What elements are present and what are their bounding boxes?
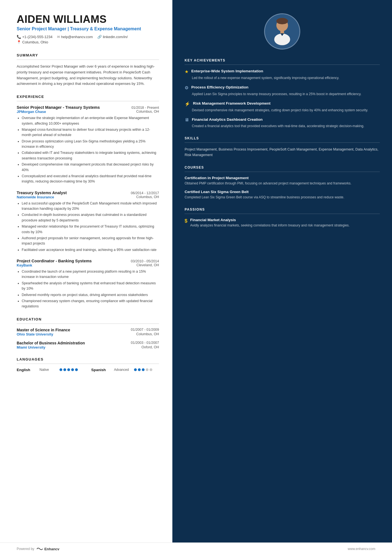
education-divider bbox=[17, 324, 159, 324]
edu-entry-2: Bachelor of Business Administration 01/2… bbox=[17, 341, 159, 349]
achievement-header-2: ⚙ Process Efficiency Optimization bbox=[185, 85, 380, 90]
education-title: EDUCATION bbox=[17, 317, 159, 321]
languages-row: English Native Spanish Advanced bbox=[17, 368, 159, 372]
dot bbox=[63, 368, 66, 371]
edu-location-2: Oxford, OH bbox=[142, 345, 159, 349]
edu-entry-1: Master of Science in Finance 01/2007 - 0… bbox=[17, 328, 159, 336]
dot bbox=[150, 368, 152, 371]
edu-school-2: Miami University bbox=[17, 345, 45, 349]
exp-header-3: Project Coordinator - Banking Systems 03… bbox=[17, 259, 159, 263]
location-icon: 📍 bbox=[17, 40, 21, 44]
exp-company-1: JPMorgan Chase bbox=[17, 110, 46, 114]
bullet-item: Facilitated user acceptance testing and … bbox=[22, 247, 159, 253]
course-desc-2: Completed Lean Six Sigma Green Belt cour… bbox=[185, 195, 380, 200]
experience-section: EXPERIENCE Senior Project Manager - Trea… bbox=[17, 95, 159, 309]
course-item-2: Certified Lean Six Sigma Green Belt Comp… bbox=[185, 190, 380, 200]
achievement-desc-2: Applied Lean Six Sigma principles to rev… bbox=[192, 92, 380, 97]
bullet-item: Delivered monthly reports on project sta… bbox=[22, 292, 159, 298]
bullet-item: Oversaw the strategic implementation of … bbox=[22, 115, 159, 126]
exp-title-3: Project Coordinator - Banking Systems bbox=[17, 259, 92, 263]
bullet-item: Developed comprehensive risk management … bbox=[22, 162, 159, 173]
summary-divider bbox=[17, 60, 159, 60]
svg-point-2 bbox=[276, 18, 288, 24]
lang-level-english: Native bbox=[39, 368, 56, 372]
edu-school-1: Ohio State University bbox=[17, 332, 53, 336]
achievement-title-4: Financial Analytics Dashboard Creation bbox=[192, 117, 263, 122]
lang-name-english: English bbox=[17, 368, 36, 372]
summary-text: Accomplished Senior Project Manager with… bbox=[17, 64, 159, 87]
passion-desc-1: Avidly analyzes financial markets, seeki… bbox=[190, 223, 349, 228]
email-contact: ✉ help@enhancv.com bbox=[57, 35, 93, 39]
exp-dates-3: 03/2010 - 05/2014 bbox=[131, 259, 159, 263]
achievement-desc-4: Created a financial analytics tool that … bbox=[192, 124, 380, 129]
left-column: AIDEN WILLIAMS Senior Project Manager | … bbox=[0, 0, 172, 542]
bullet-item: Managed cross-functional teams to delive… bbox=[22, 127, 159, 138]
bullet-item: Conducted in-depth business process anal… bbox=[22, 212, 159, 223]
course-title-1: Certification in Project Management bbox=[185, 176, 380, 180]
star-icon: ★ bbox=[185, 69, 188, 74]
edu-degree-2: Bachelor of Business Administration bbox=[17, 341, 85, 345]
exp-company-2: Nationwide Insurance bbox=[17, 195, 54, 199]
candidate-title: Senior Project Manager | Treasury & Expe… bbox=[17, 26, 159, 31]
right-column: KEY ACHIEVEMENTS ★ Enterprise-Wide Syste… bbox=[172, 0, 392, 542]
bullet-item: Conceptualized and executed a financial … bbox=[22, 174, 159, 184]
achievement-header-3: ⚡ Risk Management Framework Development bbox=[185, 101, 380, 107]
linkedin-url: linkedin.com/in/ bbox=[103, 35, 128, 39]
bullet-item: Collaborated with IT and Treasury stakeh… bbox=[22, 150, 159, 161]
lang-name-spanish: Spanish bbox=[91, 368, 111, 372]
languages-section: LANGUAGES English Native bbox=[17, 357, 159, 372]
courses-title: COURSES bbox=[185, 166, 380, 169]
candidate-name: AIDEN WILLIAMS bbox=[17, 13, 159, 25]
dollar-icon: $ bbox=[185, 218, 187, 224]
experience-divider bbox=[17, 101, 159, 101]
bullet-item: Drove process optimization using Lean Si… bbox=[22, 139, 159, 150]
exp-bullets-3: Coordinated the launch of a new payment … bbox=[17, 269, 159, 309]
achievement-item-2: ⚙ Process Efficiency Optimization Applie… bbox=[185, 85, 380, 97]
footer-right: www.enhancv.com bbox=[348, 547, 375, 551]
dot bbox=[59, 368, 62, 371]
edu-header-1: Master of Science in Finance 01/2007 - 0… bbox=[17, 328, 159, 332]
achievement-item-1: ★ Enterprise-Wide System Implementation … bbox=[185, 69, 380, 80]
passions-divider bbox=[185, 214, 380, 214]
linkedin-contact: 🔗 linkedin.com/in/ bbox=[97, 35, 128, 39]
footer-website: www.enhancv.com bbox=[348, 547, 375, 551]
key-achievements-divider bbox=[185, 65, 380, 65]
passion-content-1: Financial Market Analysis Avidly analyze… bbox=[190, 218, 349, 228]
skills-title: SKILLS bbox=[185, 136, 380, 140]
dot bbox=[134, 368, 137, 371]
exp-location-1: Columbus, OH bbox=[136, 110, 159, 114]
achievement-desc-3: Devised comprehensive risk management st… bbox=[192, 108, 380, 113]
lang-dots-spanish bbox=[134, 368, 152, 371]
passions-section: PASSIONS $ Financial Market Analysis Avi… bbox=[185, 208, 380, 228]
phone-number: +1-(234)-555-1234 bbox=[22, 35, 53, 39]
exp-bullets-2: Led a successful upgrade of the PeopleSo… bbox=[17, 201, 159, 253]
skills-section: SKILLS Project Management, Business Proc… bbox=[185, 136, 380, 158]
exp-dates-2: 06/2014 - 12/2017 bbox=[131, 191, 159, 195]
exp-entry-2: Treasury Systems Analyst 06/2014 - 12/20… bbox=[17, 191, 159, 253]
course-title-2: Certified Lean Six Sigma Green Belt bbox=[185, 190, 380, 194]
achievement-title-3: Risk Management Framework Development bbox=[193, 101, 271, 106]
location-text: Columbus, Ohio bbox=[22, 40, 48, 44]
edu-header-2: Bachelor of Business Administration 01/2… bbox=[17, 341, 159, 345]
achievement-header-1: ★ Enterprise-Wide System Implementation bbox=[185, 69, 380, 74]
lang-item-english: English Native bbox=[17, 368, 78, 372]
bullet-item: Led a successful upgrade of the PeopleSo… bbox=[22, 201, 159, 212]
languages-divider bbox=[17, 364, 159, 364]
bullet-item: Championed necessary system changes, ens… bbox=[22, 299, 159, 309]
enhancv-logo-icon bbox=[36, 547, 43, 551]
resume-header: AIDEN WILLIAMS Senior Project Manager | … bbox=[17, 13, 159, 44]
monitor-icon: 🖥 bbox=[185, 117, 189, 122]
summary-section: SUMMARY Accomplished Senior Project Mana… bbox=[17, 53, 159, 87]
lang-dots-english bbox=[59, 368, 78, 371]
gear-icon: ⚙ bbox=[185, 85, 188, 90]
achievement-item-3: ⚡ Risk Management Framework Development … bbox=[185, 101, 380, 113]
exp-bullets-1: Oversaw the strategic implementation of … bbox=[17, 115, 159, 184]
achievement-header-4: 🖥 Financial Analytics Dashboard Creation bbox=[185, 117, 380, 122]
exp-company-3: KeyBank bbox=[17, 263, 32, 267]
exp-dates-1: 01/2018 - Present bbox=[132, 106, 159, 110]
courses-divider bbox=[185, 172, 380, 172]
powered-by-text: Powered by bbox=[17, 547, 34, 551]
phone-contact: 📞 +1-(234)-555-1234 bbox=[17, 35, 53, 39]
exp-entry-1: Senior Project Manager - Treasury System… bbox=[17, 105, 159, 184]
location-line: 📍 Columbus, Ohio bbox=[17, 40, 159, 44]
